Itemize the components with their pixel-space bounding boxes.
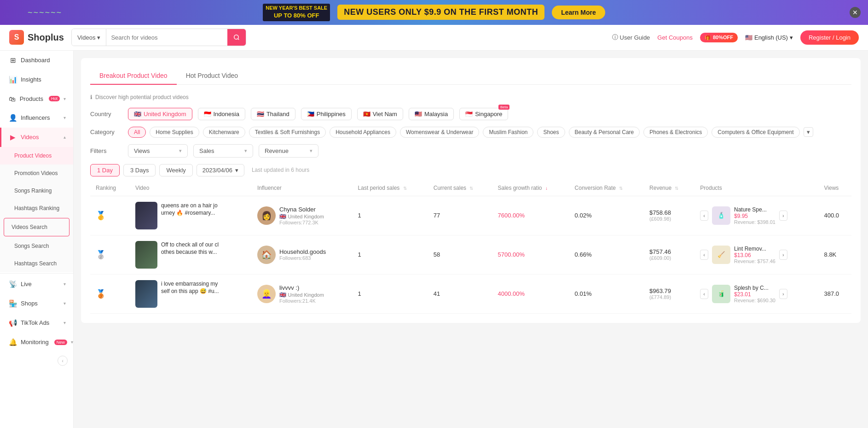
tiktok-ads-icon: 📢 <box>9 319 17 327</box>
date-btn-3days[interactable]: 3 Days <box>123 164 156 176</box>
date-picker-dropdown[interactable]: 2023/04/06 ▾ <box>197 164 244 176</box>
sidebar-item-tiktok-ads[interactable]: 📢 TikTok Ads ▾ <box>0 313 73 333</box>
revenue-usd-2: $757.46 <box>649 248 689 255</box>
influencer-cell-1: 👩 Chyna Solder 🇬🇧 United Kingdom Followe… <box>252 196 353 235</box>
col-sales-growth: Sales growth ratio ↓ <box>492 180 569 196</box>
current-sales-cell-1: 77 <box>428 196 492 235</box>
tab-hot-product-video[interactable]: Hot Product Video <box>177 67 247 85</box>
product-next-3[interactable]: › <box>779 289 787 299</box>
revenue-dropdown-arrow: ▾ <box>310 148 312 154</box>
sidebar-item-videos[interactable]: ▶ Videos ▴ <box>0 128 73 147</box>
influencer-avatar-3[interactable]: 👱‍♀️ <box>257 285 276 303</box>
influencer-avatar-1[interactable]: 👩 <box>257 206 276 225</box>
cat-btn-textiles[interactable]: Textiles & Soft Furnishings <box>249 127 326 138</box>
register-login-button[interactable]: Register / Login <box>800 30 859 45</box>
date-btn-1day[interactable]: 1 Day <box>90 164 120 176</box>
header-right: ⓘ User Guide Get Coupons 🎁 80%OFF 🇺🇸 Eng… <box>612 30 859 45</box>
sidebar-item-insights[interactable]: 📊 Insights <box>0 70 73 89</box>
sidebar-item-dashboard[interactable]: ⊞ Dashboard <box>0 51 73 70</box>
views-filter-dropdown[interactable]: Views ▾ <box>128 144 188 158</box>
growth-cell-2: 5700.00% <box>492 235 569 274</box>
language-selector[interactable]: 🇺🇸 English (US) ▾ <box>745 34 793 41</box>
cat-btn-all[interactable]: All <box>128 127 146 138</box>
country-btn-uk[interactable]: 🇬🇧 United Kingdom <box>128 108 192 120</box>
conversion-cell-3: 0.01% <box>569 274 644 313</box>
banner-promo-box: NEW USERS ONLY $9.9 ON THE FIRST MONTH <box>337 5 544 20</box>
cat-btn-computers[interactable]: Computers & Office Equipment <box>712 127 799 138</box>
get-coupons[interactable]: Get Coupons <box>657 34 693 41</box>
product-next-1[interactable]: › <box>779 211 787 221</box>
discount-badge[interactable]: 🎁 80%OFF <box>700 33 738 42</box>
cat-btn-kitchenware[interactable]: Kitchenware <box>203 127 245 138</box>
product-prev-3[interactable]: ‹ <box>700 289 708 299</box>
col-last-period-sales: Last period sales ⇅ <box>353 180 428 196</box>
col-video: Video <box>130 180 252 196</box>
cat-btn-womenswear[interactable]: Womenswear & Underwear <box>400 127 480 138</box>
learn-more-button[interactable]: Learn More <box>552 6 605 19</box>
influencer-followers-3: Followers:21.4K <box>279 298 324 304</box>
filters-label: Filters <box>90 147 122 154</box>
products-cell-2: ‹ 🧹 Lint Remov... $13.06 Revenue: $757.4… <box>694 235 818 274</box>
revenue-filter-dropdown[interactable]: Revenue ▾ <box>259 144 318 158</box>
country-btn-thailand[interactable]: 🇹🇭 Thailand <box>251 108 295 120</box>
country-btn-singapore[interactable]: Beta 🇸🇬 Singapore <box>459 108 508 120</box>
cat-btn-appliances[interactable]: Household Appliances <box>330 127 396 138</box>
influencer-info-2: 🏠 Household.goods Followers:683 <box>257 246 347 264</box>
sidebar-item-hashtags-ranking[interactable]: Hashtags Ranking <box>0 199 73 217</box>
video-thumb-1[interactable] <box>135 202 157 229</box>
sidebar-item-influencers[interactable]: 👤 Influencers ▾ <box>0 108 73 128</box>
badge-discount: UP TO 80% OFF <box>266 12 327 20</box>
sidebar-item-products[interactable]: 🛍 Products Hot ▾ <box>0 89 73 108</box>
date-btn-weekly[interactable]: Weekly <box>159 164 192 176</box>
sidebar-item-hashtags-search[interactable]: Hashtags Search <box>0 255 73 272</box>
cat-btn-beauty[interactable]: Beauty & Personal Care <box>569 127 640 138</box>
cat-btn-muslim[interactable]: Muslim Fashion <box>483 127 533 138</box>
country-btn-vietnam[interactable]: 🇻🇳 Viet Nam <box>357 108 403 120</box>
sales-filter-dropdown[interactable]: Sales ▾ <box>193 144 253 158</box>
video-cell-2: Off to check all of our cl othes because… <box>130 235 252 274</box>
sidebar-collapse-button[interactable]: ‹ <box>58 356 68 366</box>
search-input[interactable] <box>106 29 227 46</box>
video-thumb-2[interactable] <box>135 241 157 269</box>
banner-close-button[interactable]: ✕ <box>850 7 861 18</box>
cat-btn-home[interactable]: Home Supplies <box>150 127 199 138</box>
rank-icon-1: 🥇 <box>96 211 106 220</box>
influencer-name-2: Household.goods <box>279 248 326 255</box>
sidebar-item-live[interactable]: 📡 Live ▾ <box>0 275 73 294</box>
date-picker-arrow: ▾ <box>235 167 238 174</box>
top-banner: ~~~~~~ NEW YEAR'S BEST SALE UP TO 80% OF… <box>0 0 868 25</box>
category-expand-button[interactable]: ▾ <box>804 127 813 137</box>
product-prev-1[interactable]: ‹ <box>700 211 708 221</box>
cat-btn-phones[interactable]: Phones & Electronics <box>643 127 708 138</box>
product-prev-2[interactable]: ‹ <box>700 250 708 260</box>
sidebar-item-videos-search[interactable]: Videos Search <box>4 218 69 236</box>
views-cell-2: 8.8K <box>819 235 851 274</box>
influencer-info-3: 👱‍♀️ livvvv :) 🇬🇧 United Kingdom Followe… <box>257 284 347 304</box>
cat-btn-shoes[interactable]: Shoes <box>537 127 565 138</box>
table-header-row: Ranking Video Influencer Last period sal… <box>90 180 851 196</box>
product-thumb-2: 🧹 <box>712 246 730 264</box>
video-text-1: queens are on a hair jo urney 🔥 #rosemar… <box>161 202 221 217</box>
sidebar-item-shops[interactable]: 🏪 Shops ▾ <box>0 294 73 313</box>
influencer-country-3: United Kingdom <box>288 292 324 298</box>
country-btn-indonesia[interactable]: 🇮🇩 Indonesia <box>198 108 245 120</box>
influencer-name-1: Chyna Solder <box>279 206 324 213</box>
user-guide[interactable]: ⓘ User Guide <box>612 33 650 41</box>
influencers-icon: 👤 <box>9 114 17 122</box>
last-sales-cell-3: 1 <box>353 274 428 313</box>
country-btn-malaysia[interactable]: 🇲🇾 Malaysia <box>409 108 454 120</box>
video-thumb-3[interactable] <box>135 280 157 308</box>
tab-breakout-product-video[interactable]: Breakout Product Video <box>90 67 177 85</box>
rank-icon-2: 🥈 <box>96 250 106 259</box>
influencer-avatar-2[interactable]: 🏠 <box>257 246 276 264</box>
country-btn-philippines[interactable]: 🇵🇭 Philippines <box>301 108 352 120</box>
influencer-flag-3: 🇬🇧 <box>279 292 286 298</box>
sidebar-item-product-videos[interactable]: Product Videos <box>0 147 73 164</box>
sidebar-item-songs-ranking[interactable]: Songs Ranking <box>0 182 73 199</box>
sidebar-item-songs-search[interactable]: Songs Search <box>0 237 73 255</box>
sidebar-item-monitoring[interactable]: 🔔 Monitoring New ▾ <box>0 333 73 352</box>
product-next-2[interactable]: › <box>779 250 787 260</box>
search-type-button[interactable]: Videos ▾ <box>72 29 107 46</box>
sidebar-item-promotion-videos[interactable]: Promotion Videos <box>0 164 73 182</box>
search-submit-button[interactable] <box>227 29 246 46</box>
